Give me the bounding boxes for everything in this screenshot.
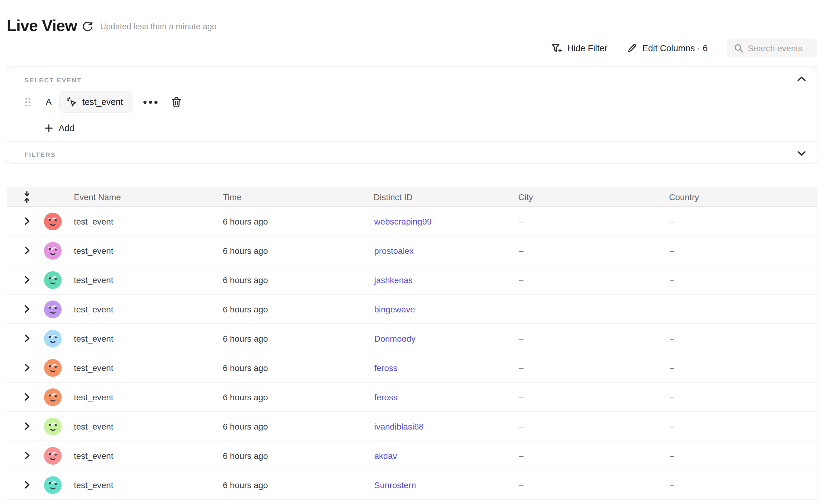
country-cell: – <box>670 392 674 401</box>
selected-event-name: test_event <box>82 97 123 107</box>
expand-row-button[interactable] <box>24 246 33 255</box>
collapse-section-button[interactable] <box>797 74 806 83</box>
event-options-button[interactable] <box>142 96 158 108</box>
column-header-event-name: Event Name <box>74 192 121 202</box>
event-time-cell: 6 hours ago <box>223 216 268 226</box>
distinct-id-link[interactable]: Dorimoody <box>374 334 416 343</box>
table-row[interactable]: test_event 6 hours ago bingewave – – <box>7 295 817 324</box>
event-time-cell: 6 hours ago <box>223 421 268 431</box>
panel-divider <box>7 141 817 142</box>
event-name-cell: test_event <box>74 216 113 226</box>
country-cell: – <box>670 363 674 372</box>
table-body: test_event 6 hours ago webscraping99 – –… <box>7 207 817 500</box>
city-cell: – <box>519 275 524 284</box>
drag-handle[interactable] <box>24 97 31 107</box>
events-table: Event Name Time Distinct ID City Country… <box>7 187 818 504</box>
distinct-id-link[interactable]: jashkenas <box>374 275 413 285</box>
table-row[interactable]: test_event 6 hours ago prostoalex – – <box>7 236 817 266</box>
drag-dots-icon <box>24 97 31 107</box>
column-header-city: City <box>518 192 533 202</box>
event-name-cell: test_event <box>74 421 113 431</box>
event-query-row: A test_event <box>24 91 181 113</box>
event-time-cell: 6 hours ago <box>223 451 268 461</box>
chevron-right-icon <box>24 276 30 284</box>
event-name-cell: test_event <box>74 392 113 402</box>
city-cell: – <box>519 217 524 226</box>
distinct-id-link[interactable]: feross <box>374 363 398 373</box>
country-cell: – <box>670 275 674 284</box>
table-row[interactable]: test_event 6 hours ago Sunrostern – – <box>7 470 817 500</box>
expand-row-button[interactable] <box>24 305 33 313</box>
pencil-icon <box>626 43 637 54</box>
expand-row-button[interactable] <box>24 451 33 460</box>
collapse-rows-button[interactable] <box>22 191 31 203</box>
user-avatar <box>44 241 62 259</box>
select-event-label: SELECT EVENT <box>24 76 82 84</box>
table-header-row: Event Name Time Distinct ID City Country <box>7 187 817 207</box>
live-view-page: Live View Updated less than a minute ago… <box>0 0 840 504</box>
table-row[interactable]: test_event 6 hours ago jashkenas – – <box>7 266 817 295</box>
event-name-cell: test_event <box>74 246 113 255</box>
user-avatar <box>44 476 62 493</box>
distinct-id-link[interactable]: webscraping99 <box>374 216 432 226</box>
expand-row-button[interactable] <box>24 334 33 343</box>
distinct-id-link[interactable]: bingewave <box>374 304 415 314</box>
event-selector-chip[interactable]: test_event <box>59 91 132 113</box>
table-row[interactable]: test_event 6 hours ago webscraping99 – – <box>7 207 817 236</box>
table-row[interactable]: test_event 6 hours ago akdav – – <box>7 441 817 470</box>
expand-row-button[interactable] <box>24 481 33 489</box>
event-time-cell: 6 hours ago <box>223 275 268 285</box>
city-cell: – <box>519 305 524 313</box>
table-row[interactable]: test_event 6 hours ago Dorimoody – – <box>7 324 817 353</box>
column-header-country: Country <box>669 192 699 202</box>
city-cell: – <box>519 363 524 372</box>
distinct-id-link[interactable]: prostoalex <box>374 246 414 255</box>
plus-icon <box>45 124 53 132</box>
table-row[interactable]: test_event 6 hours ago feross – – <box>7 382 817 412</box>
city-cell: – <box>519 246 524 255</box>
add-event-button[interactable]: Add <box>45 122 74 135</box>
distinct-id-link[interactable]: ivandiblasi68 <box>374 421 424 431</box>
table-row[interactable]: test_event 6 hours ago feross – – <box>7 353 817 382</box>
chevron-right-icon <box>24 393 30 401</box>
refresh-button[interactable] <box>81 20 94 33</box>
filter-plus-icon <box>550 42 562 54</box>
search-events-input[interactable] <box>727 38 817 57</box>
trash-icon <box>171 96 181 108</box>
chevron-right-icon <box>24 422 30 430</box>
expand-row-button[interactable] <box>24 393 33 401</box>
search-events-box <box>727 38 817 57</box>
country-cell: – <box>670 451 674 460</box>
event-name-cell: test_event <box>74 304 113 314</box>
delete-event-button[interactable] <box>171 96 181 108</box>
chevron-right-icon <box>24 335 30 342</box>
event-name-cell: test_event <box>74 363 113 373</box>
add-label: Add <box>58 123 74 133</box>
column-header-time: Time <box>223 192 242 202</box>
user-avatar <box>44 359 62 377</box>
distinct-id-link[interactable]: feross <box>374 392 398 402</box>
filters-label: FILTERS <box>24 151 56 158</box>
chevron-right-icon <box>24 451 30 460</box>
expand-row-button[interactable] <box>24 217 33 226</box>
expand-row-button[interactable] <box>24 275 33 284</box>
hide-filter-button[interactable]: Hide Filter <box>550 40 608 56</box>
city-cell: – <box>519 421 524 431</box>
chevron-up-icon <box>797 76 806 82</box>
distinct-id-link[interactable]: akdav <box>374 451 397 461</box>
user-avatar <box>44 212 62 230</box>
expand-filters-button[interactable] <box>797 149 806 158</box>
edit-columns-button[interactable]: Edit Columns · 6 <box>626 40 707 56</box>
event-time-cell: 6 hours ago <box>223 480 268 490</box>
table-row[interactable]: test_event 6 hours ago ivandiblasi68 – – <box>7 412 817 441</box>
expand-row-button[interactable] <box>24 422 33 431</box>
country-cell: – <box>670 305 674 313</box>
user-avatar <box>44 388 62 406</box>
expand-row-button[interactable] <box>24 363 33 372</box>
event-name-cell: test_event <box>74 480 113 490</box>
country-cell: – <box>670 480 674 489</box>
event-name-cell: test_event <box>74 451 113 461</box>
user-avatar <box>44 271 62 289</box>
distinct-id-link[interactable]: Sunrostern <box>374 480 416 490</box>
cursor-click-icon <box>66 96 77 108</box>
